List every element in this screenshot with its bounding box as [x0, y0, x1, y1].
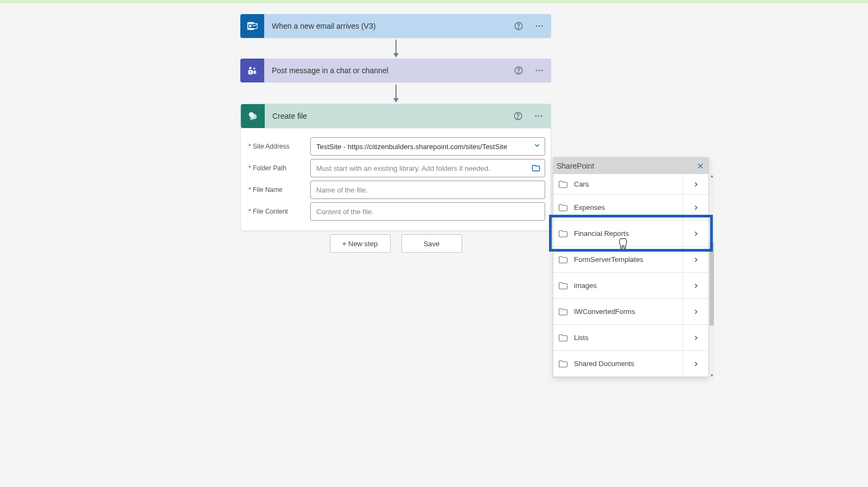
- svg-point-8: [249, 67, 252, 69]
- new-step-button[interactable]: + New step: [330, 234, 391, 253]
- more-icon[interactable]: [533, 20, 546, 33]
- picker-item-label: FormServerTemplates: [574, 255, 682, 264]
- svg-point-7: [541, 25, 543, 27]
- svg-point-24: [538, 116, 540, 117]
- picker-item-label: Lists: [574, 334, 682, 342]
- picker-item-formservertemplates[interactable]: FormServerTemplates: [553, 247, 709, 273]
- svg-rect-11: [253, 71, 257, 74]
- folder-path-label: * Folder Path: [246, 164, 310, 172]
- svg-point-17: [541, 70, 543, 72]
- connector-arrow: [395, 85, 397, 99]
- outlook-icon: [240, 14, 264, 38]
- chevron-right-icon[interactable]: [682, 195, 709, 220]
- chevron-right-icon[interactable]: [682, 351, 709, 376]
- svg-point-23: [535, 116, 537, 117]
- action-title: Post message in a chat or channel: [264, 59, 512, 82]
- connector-arrow: [395, 40, 397, 54]
- chevron-right-icon[interactable]: [682, 174, 709, 194]
- picker-item-financial-reports[interactable]: Financial Reports: [553, 221, 709, 247]
- chevron-right-icon[interactable]: [682, 273, 709, 298]
- picker-item-cars[interactable]: Cars: [553, 174, 709, 195]
- picker-item-label: Financial Reports: [574, 229, 682, 238]
- svg-text:T: T: [250, 71, 252, 74]
- picker-item-label: IWConvertedForms: [574, 307, 682, 316]
- svg-point-14: [518, 72, 519, 73]
- svg-point-22: [518, 118, 518, 118]
- help-icon[interactable]: [512, 20, 525, 33]
- site-address-input[interactable]: [310, 137, 545, 156]
- folder-icon: [558, 228, 574, 239]
- file-content-label: * File Content: [246, 208, 310, 215]
- folder-icon: [558, 179, 574, 190]
- scroll-down-icon[interactable]: ▾: [710, 373, 714, 378]
- chevron-right-icon[interactable]: [682, 247, 709, 272]
- chevron-right-icon[interactable]: [682, 299, 709, 324]
- svg-point-25: [541, 116, 542, 117]
- file-name-input[interactable]: [310, 181, 545, 199]
- close-icon[interactable]: [697, 162, 704, 170]
- svg-point-20: [250, 116, 254, 120]
- picker-item-label: Shared Documents: [574, 360, 682, 368]
- sharepoint-folder-picker: SharePoint Cars Expenses Financial Repor…: [553, 157, 709, 377]
- help-icon[interactable]: [512, 110, 525, 123]
- create-file-body: * Site Address * Folder Path: [241, 128, 551, 230]
- folder-icon: [558, 202, 574, 213]
- trigger-card-outlook[interactable]: When a new email arrives (V3): [240, 14, 551, 38]
- picker-item-lists[interactable]: Lists: [553, 325, 709, 351]
- chevron-right-icon[interactable]: [682, 221, 709, 246]
- action-card-create-file[interactable]: Create file * Site Address * Folder P: [240, 104, 551, 231]
- folder-icon: [558, 332, 574, 343]
- picker-list: Cars Expenses Financial Reports FormServ…: [553, 174, 709, 377]
- svg-point-6: [539, 25, 540, 27]
- folder-icon: [558, 280, 574, 291]
- sharepoint-icon: [241, 104, 265, 128]
- picker-item-shared-documents[interactable]: Shared Documents: [553, 351, 709, 377]
- scrollbar-thumb[interactable]: [710, 242, 714, 326]
- picker-item-expenses[interactable]: Expenses: [553, 195, 709, 221]
- scrollbar[interactable]: [710, 174, 714, 377]
- picker-item-iwconvertedforms[interactable]: IWConvertedForms: [553, 299, 709, 325]
- trigger-title: When a new email arrives (V3): [264, 14, 512, 38]
- more-icon[interactable]: [533, 64, 546, 77]
- file-name-label: * File Name: [246, 186, 310, 194]
- picker-item-label: images: [574, 281, 682, 290]
- svg-point-15: [535, 70, 537, 72]
- more-icon[interactable]: [532, 110, 545, 123]
- action-card-teams[interactable]: T Post message in a chat or channel: [240, 59, 551, 82]
- folder-icon: [558, 254, 574, 265]
- scroll-up-icon[interactable]: ▴: [710, 173, 714, 178]
- folder-icon: [558, 358, 574, 369]
- help-icon[interactable]: [512, 64, 525, 77]
- picker-title: SharePoint: [557, 162, 594, 170]
- folder-path-input[interactable]: [310, 159, 545, 177]
- site-address-label: * Site Address: [246, 143, 310, 150]
- flow-canvas: When a new email arrives (V3) T Post mes…: [0, 0, 868, 487]
- svg-point-5: [535, 25, 537, 27]
- teams-icon: T: [240, 59, 264, 82]
- svg-point-4: [518, 28, 519, 28]
- svg-point-9: [253, 68, 256, 70]
- chevron-right-icon[interactable]: [682, 325, 709, 350]
- svg-point-16: [539, 70, 540, 72]
- picker-item-label: Expenses: [574, 203, 682, 212]
- folder-icon: [558, 306, 574, 317]
- create-file-title: Create file: [265, 104, 512, 128]
- picker-item-images[interactable]: images: [553, 273, 709, 299]
- save-button[interactable]: Save: [401, 234, 462, 253]
- folder-picker-icon[interactable]: [529, 161, 543, 175]
- file-content-input[interactable]: [310, 202, 545, 221]
- picker-item-label: Cars: [574, 180, 682, 188]
